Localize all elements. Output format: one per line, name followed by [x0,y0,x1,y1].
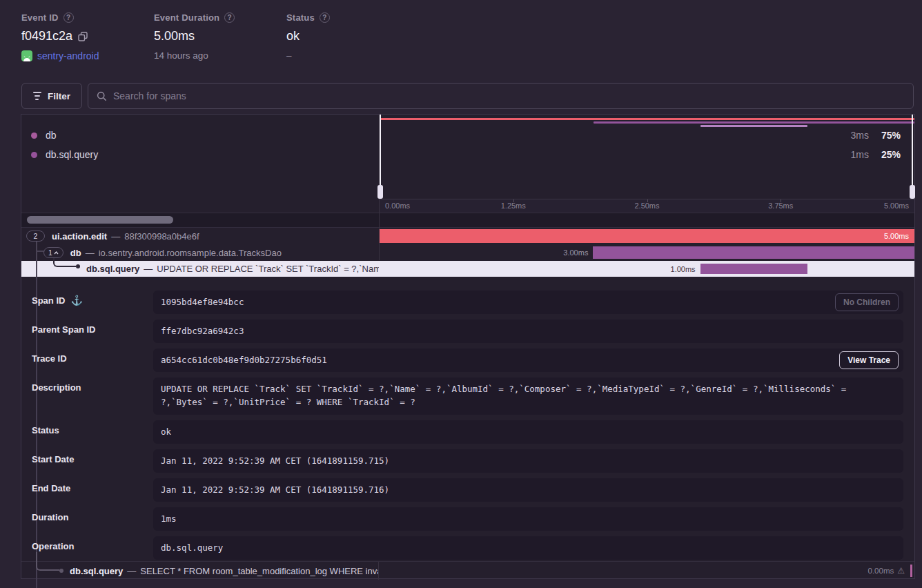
span-duration: 5.00ms [884,228,909,244]
event-duration-ago: 14 hours ago [154,50,208,61]
event-duration-label: Event Duration [154,12,219,23]
no-children-button: No Children [835,293,899,311]
tree-bullet [76,264,80,268]
trace-waterfall-panel: db 3ms 75% db.sql.query 1ms 25% [21,114,915,579]
search-icon [97,91,107,101]
status-block: Status ? ok – [286,12,330,61]
span-bar [379,229,914,243]
minimap[interactable] [380,115,914,199]
status-label: Status [286,12,315,23]
minimap-left-handle[interactable] [380,115,381,199]
tree-elbow [36,552,59,571]
axis-tick: 2.50ms [634,202,659,210]
axis-tick: 1.25ms [501,202,526,210]
event-header: Event ID ? f0491c2a sentry-android [21,12,914,61]
event-duration-value: 5.00ms [154,29,195,43]
event-id-block: Event ID ? f0491c2a sentry-android [21,12,154,61]
detail-row-operation: Operation db.sql.query [32,536,903,560]
operation-value: db.sql.query [153,536,903,560]
status-sub: – [286,50,292,61]
start-date-value: Jan 11, 2022 9:52:39 AM CET (1641891159.… [153,449,903,473]
span-row-db-sql-query-select[interactable]: db.sql.query — SELECT * FROM room_table_… [21,561,914,580]
end-date-value: Jan 11, 2022 9:52:39 AM CET (1641891159.… [153,478,903,502]
span-id-value: 1095bd4ef8e94bcc No Children [153,291,903,314]
span-details: Span ID ⚓ 1095bd4ef8e94bcc No Children P… [21,277,914,561]
span-duration: 1.00ms [671,261,696,277]
span-search [88,83,914,109]
minimap-section: db 3ms 75% db.sql.query 1ms 25% [21,115,914,213]
toolbar: Filter [21,83,914,109]
axis-tick: 5.00ms [884,202,909,210]
op-color-dot [31,152,37,158]
tree-bullet [59,569,63,573]
time-axis: 0.00ms 1.25ms 2.50ms 3.75ms 5.00ms [380,199,914,213]
detail-row-trace-id: Trace ID a654cc61dc0b48ef9d0b27275b6f0d5… [32,349,903,372]
minimap-span-line [380,118,914,120]
copy-icon[interactable] [78,32,88,41]
span-row-db[interactable]: 1 db — io.sentry.android.roomsample.data… [21,244,914,261]
detail-row-parent-span-id: Parent Span ID ffe7dbc92a6942c3 [32,320,903,343]
op-color-dot [31,133,37,139]
zero-duration-bar [910,565,912,577]
span-detail-page: Event ID ? f0491c2a sentry-android [0,0,922,588]
status-value-field: ok [153,420,903,444]
detail-row-duration: Duration 1ms [32,507,903,531]
help-icon[interactable]: ? [63,12,74,23]
horizontal-scrollbar[interactable] [27,216,173,224]
duration-value: 1ms [153,507,903,531]
view-trace-button[interactable]: View Trace [839,351,899,369]
axis-tick: 0.00ms [385,202,410,210]
event-duration-block: Event Duration ? 5.00ms 14 hours ago [154,12,286,61]
detail-row-description: Description UPDATE OR REPLACE `Track` SE… [32,378,903,415]
anchor-icon[interactable]: ⚓ [70,295,82,306]
span-duration: 3.00ms [563,244,588,261]
description-value: UPDATE OR REPLACE `Track` SET `TrackId` … [153,378,903,415]
minimap-right-handle[interactable] [912,115,913,199]
span-bar [593,246,914,259]
detail-row-end-date: End Date Jan 11, 2022 9:52:39 AM CET (16… [32,478,903,502]
search-input[interactable] [113,90,905,101]
detail-row-start-date: Start Date Jan 11, 2022 9:52:39 AM CET (… [32,449,903,473]
span-bar [700,264,807,274]
scroll-strip [21,213,914,228]
span-duration: 0.00ms ⚠ [868,562,905,580]
span-row-ui-action-edit[interactable]: 2 ui.action.edit — 88f300998a0b4e6f 5.00… [21,228,914,244]
help-icon[interactable]: ? [320,12,330,23]
event-id-label: Event ID [21,12,59,23]
span-row-db-sql-query-selected[interactable]: db.sql.query — UPDATE OR REPLACE `Track`… [21,261,914,277]
warning-icon: ⚠ [897,566,905,576]
help-icon[interactable]: ? [224,12,235,23]
axis-tick: 3.75ms [768,202,793,210]
filter-icon [33,92,41,100]
trace-id-value: a654cc61dc0b48ef9d0b27275b6f0d51 View Tr… [153,349,903,372]
project-link[interactable]: sentry-android [37,50,99,61]
children-count-badge[interactable]: 2 [26,231,45,242]
children-count-badge[interactable]: 1 [43,247,63,258]
detail-row-span-id: Span ID ⚓ 1095bd4ef8e94bcc No Children [32,291,903,314]
event-id-value: f0491c2a [21,29,72,43]
detail-row-status: Status ok [32,420,903,444]
span-tree: 2 ui.action.edit — 88f300998a0b4e6f 5.00… [21,228,914,277]
minimap-span-line [700,125,807,127]
filter-button[interactable]: Filter [21,83,82,109]
parent-span-id-value: ffe7dbc92a6942c3 [153,320,903,343]
android-platform-icon [21,50,32,61]
tree-line [36,238,37,277]
chevron-up-icon [54,251,59,255]
minimap-span-line [594,121,914,124]
status-value: ok [286,29,300,43]
